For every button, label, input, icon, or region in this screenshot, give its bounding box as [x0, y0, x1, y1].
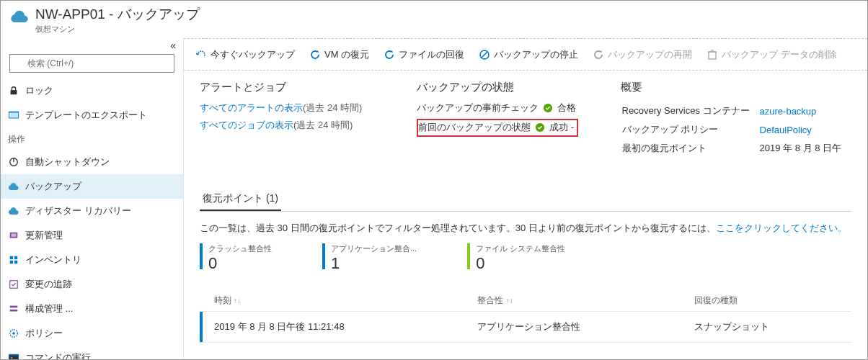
sidebar-section-ops: 操作 — [1, 127, 183, 150]
stat-label: クラッシュ整合性 — [208, 243, 272, 254]
sidebar-item-label: 自動シャットダウン — [25, 156, 110, 168]
svg-point-17 — [12, 332, 15, 335]
run-command-icon: >_ — [8, 352, 19, 360]
rs-link[interactable]: azure-backup — [760, 106, 817, 117]
sidebar: « ロック テンプレートのエクスポート 操作 自動シャットダウン バックアップ — [1, 38, 184, 360]
cell-recovery-type: スナップショット — [683, 312, 851, 343]
sidebar-item-label: ポリシー — [25, 327, 63, 340]
policy-link[interactable]: DefaulPolicy — [760, 125, 812, 135]
sidebar-item-label: バックアップ — [25, 180, 81, 193]
table-row[interactable]: 2019 年 8 月 8 日午後 11:21:48 アプリケーション整合性 スナ… — [200, 312, 851, 343]
svg-rect-2 — [11, 90, 17, 94]
vm-icon — [9, 7, 30, 27]
highlighted-status: 前回のバックアップの状態 成功 - — [417, 119, 578, 137]
filter-text: この一覧は、過去 30 日間の復元ポイントでフィルター処理されています。30 日… — [200, 222, 851, 235]
sidebar-item-auto-shutdown[interactable]: 自動シャットダウン — [1, 150, 183, 174]
toolbar-label: 今すぐバックアップ — [211, 48, 295, 61]
precheck-value: 合格 — [557, 102, 576, 114]
stop-icon — [479, 49, 490, 60]
rs-label: Recovery Services コンテナー — [622, 103, 758, 120]
sidebar-item-template-export[interactable]: テンプレートのエクスポート — [1, 103, 183, 127]
th-consistency[interactable]: 整合性 ↑↓ — [466, 290, 683, 312]
sidebar-item-backup[interactable]: バックアップ — [1, 174, 183, 199]
sidebar-item-label: ディザスター リカバリー — [25, 204, 131, 217]
restore-points-tab[interactable]: 復元ポイント (1) — [200, 188, 281, 211]
sidebar-item-label: コマンドの実行 — [25, 351, 91, 360]
stat-file: ファイル システム整合性 0 — [467, 243, 565, 273]
stat-bar — [200, 243, 203, 269]
restore-vm-button[interactable]: VM の復元 — [304, 45, 375, 64]
svg-text:>_: >_ — [11, 356, 16, 360]
cell-consistency: アプリケーション整合性 — [466, 312, 683, 343]
toolbar-label: ファイルの回復 — [399, 48, 464, 61]
page-header: NW-APP01 - バックアップ 仮想マシン — [1, 1, 867, 38]
success-icon — [543, 103, 553, 113]
sidebar-item-config-mgmt[interactable]: 構成管理 ... — [1, 297, 183, 321]
template-icon — [8, 109, 19, 121]
summary-section: 概要 Recovery Services コンテナー azure-backup … — [621, 81, 851, 159]
sidebar-item-label: テンプレートのエクスポート — [25, 109, 147, 122]
toolbar: 今すぐバックアップ VM の復元 ファイルの回復 バックアップの停止 バックアッ… — [184, 39, 867, 71]
summary-title: 概要 — [621, 81, 851, 94]
svg-rect-4 — [9, 112, 18, 117]
sidebar-item-run-command[interactable]: >_ コマンドの実行 — [1, 346, 183, 360]
th-time[interactable]: 時刻 ↑↓ — [203, 290, 466, 312]
page-title: NW-APP01 - バックアップ — [35, 5, 200, 24]
sidebar-item-label: 更新管理 — [25, 229, 63, 242]
cloud-icon — [8, 205, 19, 217]
change-tracking-icon — [8, 279, 19, 290]
svg-rect-12 — [14, 261, 17, 264]
first-rp-value: 2019 年 8 月 8 日午 — [760, 140, 850, 158]
precheck-label: バックアップの事前チェック — [417, 102, 539, 114]
backup-now-button[interactable]: 今すぐバックアップ — [190, 45, 301, 64]
svg-rect-15 — [10, 310, 18, 312]
svg-line-22 — [482, 52, 487, 58]
stat-value: 0 — [208, 254, 272, 273]
svg-rect-11 — [10, 261, 13, 264]
svg-rect-10 — [14, 256, 17, 259]
stop-backup-button[interactable]: バックアップの停止 — [473, 45, 584, 64]
sidebar-item-change-tracking[interactable]: 変更の追跡 — [1, 272, 183, 297]
sidebar-item-label: 構成管理 ... — [25, 302, 73, 315]
alerts-section: アラートとジョブ すべてのアラートの表示(過去 24 時間) すべてのジョブの表… — [200, 81, 402, 159]
stat-app: アプリケーション整合... 1 — [322, 243, 417, 273]
sidebar-item-dr[interactable]: ディザスター リカバリー — [1, 199, 183, 223]
svg-rect-8 — [12, 233, 17, 236]
backup-icon — [8, 181, 19, 192]
power-icon — [8, 156, 19, 168]
toolbar-label: バックアップ データの削除 — [722, 48, 837, 61]
restore-icon — [309, 49, 321, 60]
cell-time: 2019 年 8 月 8 日午後 11:21:48 — [203, 312, 466, 343]
last-backup-value: 成功 - — [549, 121, 574, 134]
resume-icon — [593, 49, 604, 60]
delete-data-button: バックアップ データの削除 — [701, 45, 843, 64]
restore-points-table: 時刻 ↑↓ 整合性 ↑↓ 回復の種類 2019 年 8 月 8 日午後 11:2… — [200, 290, 851, 343]
success-icon — [535, 122, 545, 132]
file-recovery-button[interactable]: ファイルの回復 — [378, 45, 470, 64]
jobs-suffix: (過去 24 時間) — [293, 120, 353, 130]
stat-value: 0 — [476, 254, 565, 273]
svg-rect-9 — [10, 256, 13, 259]
sidebar-item-label: ロック — [25, 84, 53, 97]
sidebar-item-policy[interactable]: ポリシー — [1, 321, 183, 346]
collapse-button[interactable]: « — [1, 38, 183, 51]
search-input[interactable] — [9, 54, 174, 73]
show-all-jobs-link[interactable]: すべてのジョブの表示 — [200, 120, 293, 130]
stat-label: ファイル システム整合性 — [476, 243, 565, 254]
restore-points-section: 復元ポイント (1) この一覧は、過去 30 日間の復元ポイントでフィルター処理… — [200, 188, 851, 343]
sidebar-item-update-mgmt[interactable]: 更新管理 — [1, 223, 183, 248]
sidebar-item-inventory[interactable]: インベントリ — [1, 248, 183, 272]
stat-label: アプリケーション整合... — [331, 243, 417, 254]
sidebar-item-label: インベントリ — [25, 253, 81, 266]
show-all-alerts-link[interactable]: すべてのアラートの表示 — [200, 102, 303, 113]
alerts-title: アラートとジョブ — [200, 81, 402, 94]
status-title: バックアップの状態 — [417, 81, 606, 94]
sidebar-item-lock[interactable]: ロック — [1, 78, 183, 103]
sidebar-item-label: 変更の追跡 — [25, 278, 72, 291]
status-section: バックアップの状態 バックアップの事前チェック 合格 前回のバックアップの状態 … — [417, 81, 606, 159]
alerts-suffix: (過去 24 時間) — [303, 102, 362, 113]
toolbar-label: バックアップの再開 — [608, 48, 692, 61]
th-recovery-type[interactable]: 回復の種類 — [683, 290, 851, 312]
policy-icon — [8, 328, 19, 339]
filter-link[interactable]: ここをクリックしてください。 — [716, 222, 847, 233]
